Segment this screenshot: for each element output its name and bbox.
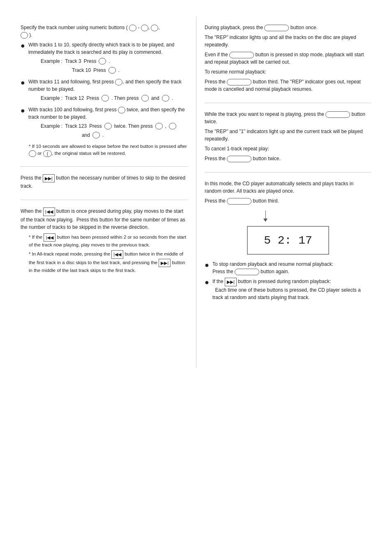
random-bullet-text-1: To stop random playback and resume norma… xyxy=(212,260,371,275)
prev-track-section: When the |◀◀ button is once pressed duri… xyxy=(21,200,188,283)
otr-text-4: Press the button twice. xyxy=(205,155,371,162)
period-1b: . xyxy=(118,67,120,74)
prev-icon-star1: |◀◀ xyxy=(44,233,55,242)
rep-btn-1 xyxy=(264,25,289,31)
btn-oval-4 xyxy=(21,32,28,39)
comma-3: , xyxy=(165,122,166,130)
period-1a: . xyxy=(108,58,110,65)
rep-text-2: The "REP" indicator lights up and all th… xyxy=(205,34,371,48)
arrow-line xyxy=(263,210,267,222)
example-row-3b: and . xyxy=(82,131,188,139)
rep-btn-2 xyxy=(229,52,254,58)
btn-oval-ex6 xyxy=(104,123,112,129)
random-bullet-2: ● If the ▶▶| button is pressed during ra… xyxy=(205,278,371,301)
btn-oval-ex5 xyxy=(162,95,169,101)
and-2: and xyxy=(151,94,159,102)
example-label-3: Example : xyxy=(41,122,62,130)
skip-section: Press the ▶▶| button the necessary numbe… xyxy=(21,167,188,200)
rep-text-5: Press the button third. The "REP" indica… xyxy=(205,78,371,93)
btn-oval-b2 xyxy=(115,79,122,85)
otr-text-3: To cancel 1-track repeat play: xyxy=(205,145,371,152)
skip-icon-star2: ▶▶| xyxy=(159,259,171,267)
example-row-2: Example : Track 12 Press . Then press an… xyxy=(41,94,188,102)
track-selection-intro: Specify the track number using numeric b… xyxy=(21,24,188,39)
example-track-1a: Track 3 xyxy=(65,58,81,65)
example-row-1a: Example : Track 3 Press . xyxy=(41,58,188,65)
left-column: Specify the track number using numeric b… xyxy=(21,16,196,368)
arrow-head xyxy=(263,219,267,222)
example-desc-3: Press xyxy=(89,122,102,130)
random-bullet-dot-1: ● xyxy=(205,261,209,269)
btn-oval-b3 xyxy=(118,107,125,113)
skip-text: Press the ▶▶| button the necessary numbe… xyxy=(21,174,188,190)
rep-text-4: To resume normal playback: xyxy=(205,68,371,76)
example-track-1b: Track 10 xyxy=(72,67,91,74)
rep-text-3: Even if the button is pressed in stop mo… xyxy=(205,51,371,66)
period-2: . xyxy=(172,94,173,102)
display-arrow xyxy=(247,210,329,222)
btn-oval-ex8 xyxy=(169,123,176,129)
all-track-repeat-section: During playback, press the button once. … xyxy=(205,16,371,103)
bullet-1: ● With tracks 1 to 10, specify directly … xyxy=(21,41,188,76)
prev-track-text: When the |◀◀ button is once pressed duri… xyxy=(21,207,188,231)
and-3: and xyxy=(82,131,90,139)
one-track-repeat-section: While the track you want to repeat is pl… xyxy=(205,103,371,173)
bullet-2: ● With tracks 11 and following, first pr… xyxy=(21,78,188,104)
btn-oval-star2: ( xyxy=(43,150,52,157)
bullet-3: ● With tracks 100 and following, first p… xyxy=(21,106,188,140)
right-column: During playback, press the button once. … xyxy=(196,16,371,368)
random-playback-section: In this mode, the CD player automaticall… xyxy=(205,173,371,311)
skip-forward-icon: ▶▶| xyxy=(43,174,55,183)
bullet-text-2: With tracks 11 and following, first pres… xyxy=(28,78,188,104)
otr-text-2: The "REP" and "1" indicators light up an… xyxy=(205,128,371,143)
prev-track-icon: |◀◀ xyxy=(43,207,55,216)
random-bullet-text-2: If the ▶▶| button is pressed during rand… xyxy=(212,278,371,301)
example-desc-1b: Press xyxy=(93,67,106,74)
example-label-1a: Example : xyxy=(41,58,62,65)
random-bullet-dot-2: ● xyxy=(205,279,209,286)
btn-oval-ex2 xyxy=(108,67,116,74)
display-text: 5 2: 17 xyxy=(264,234,312,247)
btn-oval-ex3 xyxy=(101,95,109,101)
random-text-1: In this mode, the CD player automaticall… xyxy=(205,180,371,195)
display-area: 5 2: 17 xyxy=(205,210,371,255)
track-selection-section: Specify the track number using numeric b… xyxy=(21,16,188,167)
btn-oval-2 xyxy=(141,25,148,31)
random-bullet-1: ● To stop random playback and resume nor… xyxy=(205,260,371,275)
otr-btn-2 xyxy=(227,156,251,162)
period-3: . xyxy=(102,131,104,139)
btn-oval-ex9 xyxy=(92,132,100,138)
star-prev-2: * In All-track repeat mode, pressing the… xyxy=(29,250,188,274)
bullet-dot-3: ● xyxy=(21,107,25,114)
random-btn-1 xyxy=(227,198,251,205)
twice-3: twice. Then press xyxy=(114,122,153,130)
prev-icon-star2: |◀◀ xyxy=(111,250,123,259)
random-stop-btn xyxy=(235,269,259,275)
bullet-dot-2: ● xyxy=(21,79,25,86)
display-box: 5 2: 17 xyxy=(247,226,329,255)
example-track-2: Track 12 xyxy=(65,94,84,102)
example-track-3: Track 123 xyxy=(65,122,87,130)
otr-btn-1 xyxy=(325,111,350,118)
example-desc-1a: Press xyxy=(84,58,97,65)
btn-oval-1 xyxy=(129,25,136,31)
bullet-text-1: With tracks 1 to 10, specify directly wh… xyxy=(28,41,188,76)
otr-text-1: While the track you want to repeat is pl… xyxy=(205,111,371,125)
example-row-1b: Track 10 Press . xyxy=(41,67,188,74)
rep-text-1: During playback, press the button once. xyxy=(205,24,371,31)
dot-2: . Then press xyxy=(111,94,138,102)
rep-btn-3 xyxy=(227,79,251,85)
example-desc-2: Press xyxy=(86,94,99,102)
star-note-1: * If 10 seconds are allowed to elapse be… xyxy=(29,143,188,157)
example-label-2: Example : xyxy=(41,94,62,102)
star-prev-1: * If the |◀◀ button has been pressed wit… xyxy=(29,233,188,249)
arrow-shaft xyxy=(265,210,266,219)
btn-oval-3 xyxy=(151,25,158,31)
example-row-3: Example : Track 123 Press twice. Then pr… xyxy=(41,122,188,130)
btn-oval-star1 xyxy=(29,150,36,157)
btn-oval-ex7 xyxy=(155,123,163,129)
bullet-text-3: With tracks 100 and following, first pre… xyxy=(28,106,188,140)
random-text-2: Press the button third. xyxy=(205,197,371,205)
page: Specify the track number using numeric b… xyxy=(0,0,392,555)
skip-icon-random: ▶▶| xyxy=(225,278,237,286)
